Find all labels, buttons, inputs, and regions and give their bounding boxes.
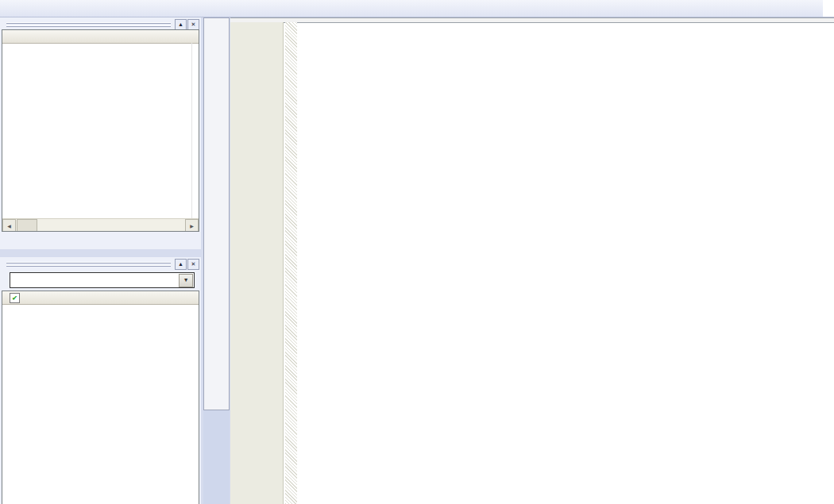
flow-select[interactable]: ▼ [10,272,195,288]
project-navigator-titlebar[interactable]: ▲ ✕ [0,17,201,30]
editor-top-border [230,17,834,23]
collapse-icon[interactable]: ▲ [175,19,187,30]
titlebar-grip [6,22,171,27]
titlebar-grip [6,262,171,267]
horizontal-scrollbar[interactable]: ◀ ▶ [2,218,199,231]
hierarchy-tree-box: ◀ ▶ [2,29,199,232]
close-icon[interactable]: ✕ [187,19,199,30]
code-editor[interactable] [230,17,834,504]
project-navigator-panel: ▲ ✕ ◀ ▶ [0,17,201,249]
task-table-box: ✔ [2,290,199,504]
tasks-panel: ▲ ✕ ▼ ✔ [0,257,201,504]
application-window: ▲ ✕ ◀ ▶ ▲ ✕ ▼ [0,0,834,504]
editor-toolbar-column [203,17,230,504]
flow-row: ▼ [5,273,195,287]
editor-toolbar [203,17,230,410]
chevron-down-icon[interactable]: ▼ [179,274,193,287]
entity-column-header[interactable] [2,30,199,44]
toolbar-cap [823,0,834,17]
main-toolbar [0,0,834,17]
scroll-left-icon[interactable]: ◀ [2,219,16,232]
line-number-gutter [230,22,284,504]
scrollbar-thumb[interactable] [17,219,37,232]
scroll-right-icon[interactable]: ▶ [185,219,199,232]
fold-margin [285,22,297,504]
collapse-icon[interactable]: ▲ [175,259,187,270]
task-checkbox-icon[interactable]: ✔ [10,293,20,303]
column-divider [191,43,192,219]
tasks-titlebar[interactable]: ▲ ✕ [0,257,201,270]
task-column-header[interactable]: ✔ [2,291,199,305]
close-icon[interactable]: ✕ [187,259,199,270]
